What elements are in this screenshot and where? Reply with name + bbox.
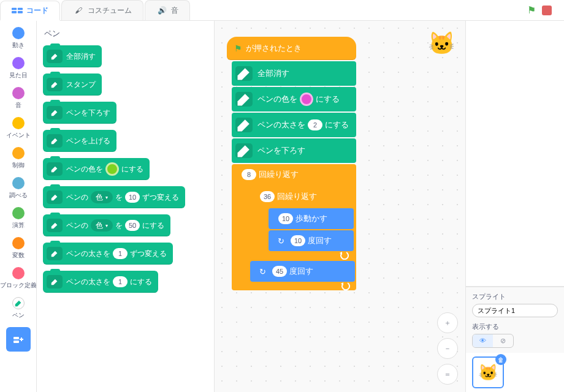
stop-button[interactable] [542,6,552,15]
value-input[interactable]: 1 [113,276,128,287]
block-erase-all[interactable]: 全部消す [43,45,102,67]
turn-cw-icon: ↻ [276,236,286,246]
pen-icon [47,219,63,232]
stage[interactable] [466,21,564,287]
category-dot [12,87,25,99]
zoom-reset-button[interactable]: ＝ [437,364,458,385]
category-dot [12,267,25,279]
block-move[interactable]: 10歩動かす [269,208,354,229]
zoom-in-button[interactable]: ＋ [437,312,458,333]
pen-icon [235,92,253,107]
svg-rect-2 [18,8,23,10]
category-column: 動き見た目音イベント制御調べる演算変数ブロック定義ペン [0,21,37,392]
value-input[interactable]: 8 [242,169,256,180]
pen-icon [47,50,63,63]
category-label: 音 [0,101,37,110]
category-動き[interactable]: 動き [0,23,37,53]
block-erase-all[interactable]: 全部消す [232,61,356,86]
block-set-param[interactable]: ペンの色を50にする [43,214,170,236]
zoom-out-button[interactable]: － [437,338,458,359]
category-ブロック定義[interactable]: ブロック定義 [0,263,37,293]
category-dot [12,117,25,129]
category-dot [12,237,25,249]
category-ペン[interactable]: ペン [0,293,37,323]
category-dot [12,177,25,189]
hide-sprite-button[interactable]: ⊘ [493,334,513,347]
block-set-size[interactable]: ペンの太さを2にする [232,113,356,137]
block-change-size[interactable]: ペンの太さを1ずつ変える [43,243,173,265]
block-turn[interactable]: ↻10度回す [269,230,354,251]
turn-cw-icon: ↻ [257,266,267,276]
svg-rect-1 [12,11,17,13]
block-pen-down[interactable]: ペンを下ろす [232,138,356,163]
block-pen-down[interactable]: ペンを下ろす [43,102,116,124]
value-input[interactable]: 10 [278,213,293,224]
param-dropdown[interactable]: 色 [91,191,113,203]
category-label: ブロック定義 [0,281,37,290]
sprite-name-input[interactable] [472,304,558,317]
block-set-color[interactable]: ペンの色をにする [43,158,150,180]
category-label: 動き [0,41,37,50]
delete-sprite-button[interactable]: 🗑 [495,354,506,365]
script-workspace[interactable]: 🐱 ↖ ⚑が押されたとき 全部消す ペンの色をにする ペンの太さを2にする ペン… [215,21,466,392]
sound-icon: 🔊 [156,6,167,15]
category-dot [12,57,25,69]
tab-sounds[interactable]: 🔊 音 [145,0,190,20]
value-input[interactable]: 36 [260,191,275,202]
category-見た目[interactable]: 見た目 [0,53,37,83]
show-sprite-button[interactable]: 👁 [473,334,493,347]
category-イベント[interactable]: イベント [0,113,37,143]
pen-icon [47,275,63,288]
category-制御[interactable]: 制御 [0,143,37,173]
flag-icon: ⚑ [234,43,242,53]
category-label: 変数 [0,251,37,260]
brush-icon: 🖌 [73,6,84,15]
block-set-color[interactable]: ペンの色をにする [232,87,356,111]
tab-costumes-label: コスチューム [88,6,132,16]
category-演算[interactable]: 演算 [0,203,37,233]
category-dot [12,297,25,309]
category-音[interactable]: 音 [0,83,37,113]
palette-title: ペン [44,28,207,39]
code-icon [12,6,23,15]
sprite-thumbnail: 🐱 [428,31,455,56]
category-dot [12,207,25,219]
tab-code-label: コード [26,6,48,16]
value-input[interactable]: 10 [291,235,305,246]
category-label: 演算 [0,221,37,230]
category-label: イベント [0,131,37,140]
block-set-size[interactable]: ペンの太さを1にする [43,271,158,293]
category-調べる[interactable]: 調べる [0,173,37,203]
tab-costumes[interactable]: 🖌 コスチューム [61,0,143,20]
block-when-flag-clicked[interactable]: ⚑が押されたとき [227,37,356,60]
value-input[interactable]: 45 [272,266,287,277]
pen-icon [47,247,63,260]
tab-code[interactable]: コード [0,1,60,21]
category-変数[interactable]: 変数 [0,233,37,263]
category-dot [12,27,25,39]
block-repeat-inner[interactable]: 36回繰り返す 10歩動かす ↻10度回す [250,186,355,260]
svg-rect-5 [13,341,19,343]
sprite-label: スプライト [472,292,558,301]
param-dropdown[interactable]: 色 [91,219,113,232]
value-input[interactable]: 2 [308,119,322,130]
value-input[interactable]: 10 [125,192,140,203]
block-turn[interactable]: ↻45度回す [250,261,355,282]
color-swatch[interactable] [105,162,119,176]
pen-icon [47,106,63,119]
value-input[interactable]: 50 [125,220,140,231]
block-pen-up[interactable]: ペンを上げる [43,130,116,152]
pen-icon [235,118,253,132]
sprite-thumb[interactable]: 🐱🗑 [472,356,504,388]
value-input[interactable]: 1 [113,248,128,259]
block-stamp[interactable]: スタンプ [43,74,102,96]
block-repeat-outer[interactable]: 8回繰り返す 36回繰り返す 10歩動かす ↻10度回す ↻45度回す [232,164,356,290]
block-change-param[interactable]: ペンの色を10ずつ変える [43,186,185,208]
tab-sounds-label: 音 [171,6,178,16]
pen-icon [235,66,253,81]
green-flag-button[interactable]: ⚑ [527,4,536,16]
pen-icon [47,78,63,91]
category-label: 見た目 [0,71,37,80]
add-extension-button[interactable] [6,327,31,352]
color-swatch[interactable] [300,92,313,106]
